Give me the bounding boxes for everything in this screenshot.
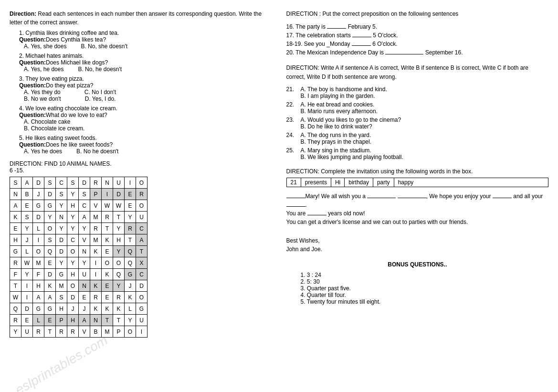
grid-cell: O [67,280,79,292]
bonus-list: 1. 3 : 24 2. 5: 30 3. Quarter past five.… [286,272,549,305]
grid-cell: F [10,269,21,280]
grid-cell: J [33,189,44,200]
grid-cell: R [56,326,67,338]
direction-desc: Read each sentences in each number then … [10,11,262,26]
grid-cell: O [113,257,125,269]
grid-cell: S [56,292,67,303]
grid-cell: O [44,223,56,234]
grid-cell: Y [113,280,125,292]
grid-cell: Y [67,223,79,234]
grid-cell: U [113,177,125,189]
grid-cell: S [44,177,56,189]
grid-cell: W [21,257,33,269]
grid-cell: K [102,303,113,315]
inv-word-5: party [373,178,394,187]
grid-cell: A [33,292,44,303]
grid-cell: R [125,223,136,234]
grid-cell: M [90,212,102,223]
grid-cell: K [44,280,56,292]
grid-cell: G [10,246,21,257]
grid-cell: Q [125,257,136,269]
qa-24: 24. A. The dog runs in the yard. B. They… [286,132,549,145]
grid-cell: K [102,269,113,280]
grid-cell: I [102,189,113,200]
grid-cell: K [102,234,113,246]
grid-cell: A [79,212,90,223]
bonus-item-3: 3. Quarter past five. [301,285,549,292]
grid-cell: L [33,315,44,326]
grid-cell: T [102,223,113,234]
grid-cell: F [33,269,44,280]
grid-cell: N [102,177,113,189]
grid-cell: R [10,257,21,269]
invitation-sign1: Best Wishes, [286,236,549,245]
invitation-sign2: John and Joe. [286,245,549,254]
question-4-q: Question:What do we love to eat? [10,112,272,118]
question-2-num: 2. Michael hates animals. [10,53,272,59]
grid-cell: Q [125,246,136,257]
inv-word-3: Hi [331,178,345,187]
grid-cell: H [67,200,79,212]
grid-cell: Y [125,315,136,326]
qa-21: 21. A. The boy is handsome and kind. B. … [286,86,549,99]
grid-cell: G [44,200,56,212]
grid-cell: O [136,177,147,189]
sentences-section: 16. The party is February 5. 17. The cel… [286,22,549,57]
grid-cell: A [21,177,33,189]
q1-ans-b: B. No, she doesn't [81,43,127,50]
question-5-num: 5. He likes eating sweet foods. [10,135,272,141]
grid-cell: Q [44,246,56,257]
grid-cell: J [67,303,79,315]
grid-cell: N [56,212,67,223]
grid-cell: Y [79,257,90,269]
right-column: DIRECTION : Put the correct preposition … [286,10,549,338]
grid-cell: K [90,246,102,257]
bonus-item-4: 4. Quarter till four. [301,292,549,298]
grid-cell: Y [56,223,67,234]
grid-cell: J [21,234,33,246]
right-direction-3-section: DIRECTION: Complete the invitation using… [286,167,549,254]
grid-cell: I [33,234,44,246]
grid-cell: P [90,189,102,200]
grid-cell: N [79,280,90,292]
grid-cell: S [79,189,90,200]
grid-cell: O [136,200,147,212]
grid-cell: V [79,326,90,338]
grid-cell: L [33,223,44,234]
invitation-word-box: 21 presents Hi birthday party happy [286,178,549,187]
grid-cell: S [67,177,79,189]
question-1-q: Question:Does Cynthia likes tea? [10,36,272,43]
grid-cell: W [113,200,125,212]
right-direction-2: DIRECTION: Write A if sentence A is corr… [286,64,549,82]
grid-cell: Y [10,326,21,338]
grid-cell: G [33,200,44,212]
grid-cell: A [10,200,21,212]
grid-cell: A [136,234,147,246]
grid-cell: R [10,315,21,326]
grid-cell: U [136,315,147,326]
wordsearch-direction: DIRECTION: FIND 10 ANIMAL NAMES. 6 -15. [10,160,272,174]
question-4-num: 4. We love eating chocolate ice cream. [10,105,272,112]
grid-cell: I [90,269,102,280]
sentence-17: 17. The celebration starts 5 O'clock. [286,31,549,40]
bonus-title: BONUS QUESTIONS.. [286,260,549,269]
grid-cell: C [136,223,147,234]
grid-cell: Y [125,212,136,223]
grid-cell: E [79,292,90,303]
question-4-answers: A. Chocolate cake B. Chocolate ice cream… [10,118,272,132]
grid-cell: H [113,234,125,246]
question-2-answers: A. Yes, he does B. No, he doesn't [10,66,272,73]
grid-cell: L [21,246,33,257]
grid-cell: Y [79,223,90,234]
question-2-q: Question:Does Michael like dogs? [10,59,272,66]
grid-cell: K [113,303,125,315]
grid-cell: T [136,246,147,257]
grid-cell: T [113,315,125,326]
grid-cell: C [136,269,147,280]
question-3-q: Question:Do they eat pizza? [10,82,272,89]
grid-cell: C [67,234,79,246]
grid-cell: D [79,177,90,189]
grid-cell: J [79,303,90,315]
left-column: Direction: Read each sentences in each n… [10,10,272,338]
qa-section: 21. A. The boy is handsome and kind. B. … [286,86,549,160]
